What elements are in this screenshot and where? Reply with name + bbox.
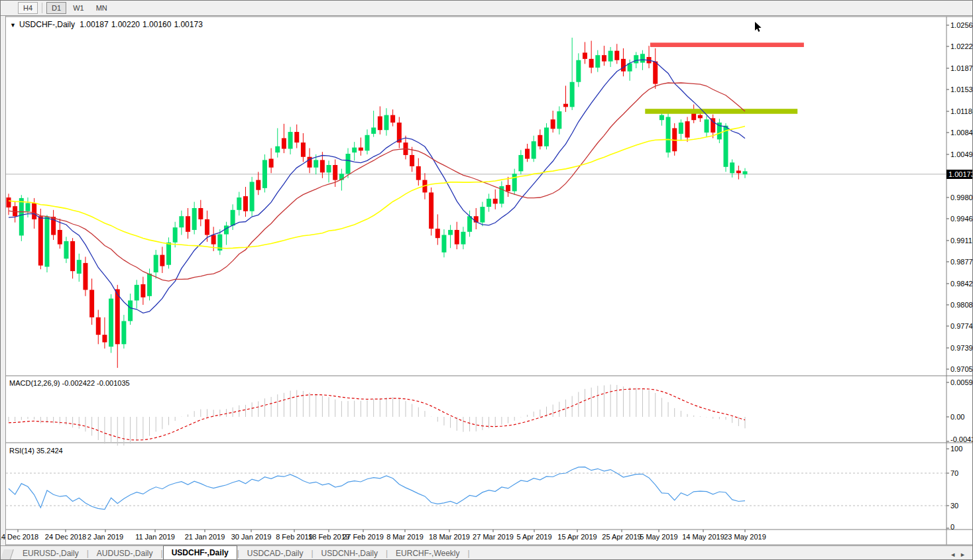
- candle-bullish: [135, 285, 139, 301]
- tab-separator: |: [468, 547, 470, 560]
- date-axis-label: 27 Feb 2019: [343, 533, 384, 541]
- candle-bullish: [595, 55, 600, 68]
- candle-bullish: [275, 146, 280, 152]
- candle-bearish: [525, 149, 530, 159]
- price-axis-label: 1.02560: [950, 21, 973, 29]
- price-axis-label: 1.01180: [950, 107, 973, 115]
- current-price-box: 1.00173: [946, 170, 973, 179]
- candle-bearish: [211, 235, 216, 244]
- candle-bearish: [685, 121, 690, 137]
- candle-bullish: [237, 197, 241, 210]
- candle-bullish: [327, 165, 331, 172]
- candle-bearish: [551, 119, 555, 129]
- symbol-tab-usdcad-daily[interactable]: USDCAD-,Daily: [239, 547, 312, 560]
- candle-bullish: [608, 51, 613, 62]
- price-axis-label: 0.98080: [950, 301, 973, 309]
- price-axis-label: 1.01870: [950, 64, 973, 72]
- candle-bullish: [64, 241, 68, 258]
- candle-bullish: [346, 154, 351, 174]
- candle-bullish: [44, 217, 49, 266]
- candle-bullish: [557, 111, 561, 129]
- chart-canvas[interactable]: [1, 1, 973, 560]
- candle-bullish: [634, 55, 638, 63]
- candle-bearish: [186, 216, 190, 232]
- candle-bullish: [487, 199, 491, 207]
- symbol-tab-usdcnh-daily[interactable]: USDCNH-,Daily: [314, 547, 386, 560]
- candle-bullish: [314, 160, 318, 167]
- candle-bullish: [532, 141, 536, 158]
- trading-app-window: H4 D1 W1 MN ▼USDCHF-,Daily 1.001871.0022…: [0, 0, 973, 560]
- candle-bullish: [544, 127, 549, 146]
- candle-bearish: [359, 148, 363, 151]
- date-axis-label: 30 Jan 2019: [231, 533, 272, 541]
- candle-bullish: [352, 148, 357, 153]
- symbol-tab-eurusd-daily[interactable]: EURUSD-,Daily: [15, 547, 87, 560]
- price-axis-label: 0.97050: [950, 365, 973, 373]
- candle-bullish: [154, 255, 158, 272]
- resistance-bar[interactable]: [650, 42, 804, 47]
- candle-bullish: [173, 227, 178, 243]
- rsi-axis-label: 30: [950, 502, 958, 510]
- macd-signal-line: [9, 389, 745, 440]
- date-axis-label: 23 May 2019: [724, 533, 766, 541]
- candle-bullish: [192, 208, 197, 230]
- symbol-tab-usdchf-daily[interactable]: USDCHF-,Daily: [163, 545, 237, 560]
- candle-bullish: [518, 155, 523, 171]
- tab-scroll-right-icon[interactable]: ►: [960, 551, 970, 558]
- macd-axis-label: 0.00: [950, 413, 964, 421]
- candle-bearish: [602, 55, 606, 61]
- candle-bullish: [730, 162, 734, 173]
- date-axis-label: 5 May 2019: [640, 533, 677, 541]
- price-axis-label: 1.02220: [950, 42, 973, 50]
- candle-bullish: [461, 232, 465, 245]
- date-axis-label: 8 Mar 2019: [386, 533, 424, 541]
- candle-bearish: [653, 62, 658, 84]
- candle-bearish: [429, 192, 433, 229]
- date-axis-label: 14 May 2019: [682, 533, 724, 541]
- candle-bearish: [198, 208, 203, 219]
- candle-bearish: [141, 284, 145, 298]
- candle-bearish: [435, 229, 440, 238]
- candle-bearish: [410, 155, 414, 166]
- candle-bearish: [269, 159, 274, 168]
- date-axis-label: 11 Jan 2019: [135, 533, 175, 541]
- support-bar[interactable]: [645, 109, 797, 114]
- symbol-tab-eurchf-weekly[interactable]: EURCHF-,Weekly: [388, 547, 467, 560]
- candle-bullish: [512, 174, 517, 191]
- price-axis-label: 0.99110: [950, 237, 973, 245]
- macd-axis-label: 0.00597: [950, 378, 973, 386]
- candle-bearish: [205, 219, 209, 235]
- price-axis-label: 1.00840: [950, 129, 973, 137]
- candle-bullish: [659, 115, 664, 121]
- symbol-tab-audusd-daily[interactable]: AUDUSD-,Daily: [89, 547, 161, 560]
- candle-bearish: [416, 166, 421, 180]
- candle-bullish: [147, 274, 152, 296]
- candle-bearish: [301, 142, 306, 157]
- mid-ma-line: [9, 83, 745, 281]
- candle-bullish: [262, 160, 267, 188]
- candle-bearish: [7, 197, 11, 207]
- candle-bearish: [583, 52, 587, 58]
- candle-bullish: [666, 117, 671, 152]
- date-axis-label: 25 Apr 2019: [602, 533, 641, 541]
- date-axis-label: 18 Mar 2019: [429, 533, 470, 541]
- candle-bearish: [32, 203, 36, 219]
- candle-bullish: [25, 203, 30, 211]
- candle-bearish: [294, 132, 299, 142]
- candle-bearish: [243, 196, 248, 211]
- candle-bearish: [563, 104, 568, 107]
- candle-bullish: [705, 119, 709, 133]
- candle-bullish: [128, 300, 133, 321]
- candle-bullish: [77, 260, 82, 274]
- candle-bullish: [365, 135, 370, 151]
- candle-bearish: [320, 160, 325, 172]
- candle-bullish: [480, 207, 485, 223]
- candle-bearish: [736, 170, 741, 173]
- candle-bearish: [70, 241, 75, 271]
- macd-axis-label: -0.004243: [950, 435, 973, 443]
- date-axis-label: 8 Feb 2019: [276, 533, 313, 541]
- candle-bearish: [83, 263, 87, 290]
- tab-scroll-left-icon[interactable]: ◄: [950, 551, 960, 558]
- date-axis-label: 2 Jan 2019: [87, 533, 123, 541]
- candle-bearish: [621, 59, 626, 72]
